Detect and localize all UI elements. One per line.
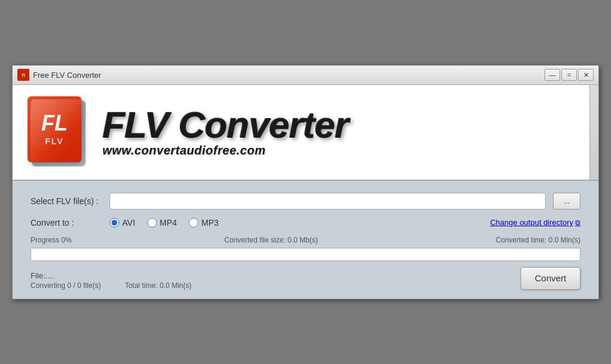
radio-mp4-input[interactable] — [147, 218, 157, 228]
content-area: Select FLV file(s) : ... Convert to : AV… — [13, 181, 598, 299]
progress-section: Progress 0% Converted file size: 0.0 Mb(… — [31, 236, 580, 261]
radio-mp3[interactable]: MP3 — [189, 218, 219, 228]
change-output-link[interactable]: Change output directory ⧉ — [490, 218, 580, 227]
progress-percent-label: Progress 0% — [31, 236, 168, 244]
bottom-left: File:.... — [31, 271, 192, 280]
file-size-label: Converted file size: 0.0 Mb(s) — [168, 236, 374, 244]
banner: FL FLV FLV Converter www.convertaudiofre… — [13, 85, 598, 181]
convert-to-row: Convert to : AVI MP4 MP3 Change output d… — [31, 218, 580, 228]
converting-row: Converting 0 / 0 file(s) Total time: 0.0… — [31, 281, 192, 290]
select-label: Select FLV file(s) : — [31, 196, 102, 206]
convert-button[interactable]: Convert — [521, 267, 580, 290]
bottom-row: File:.... Converting 0 / 0 file(s) Total… — [31, 267, 580, 290]
converted-time-label: Converted time: 0.0 Min(s) — [374, 236, 580, 244]
flv-icon-label: FLV — [45, 136, 63, 146]
flv-icon-fl: FL — [41, 113, 68, 134]
banner-title: FLV Converter www.convertaudiofree.com — [102, 107, 349, 157]
radio-mp4-label: MP4 — [160, 218, 177, 228]
close-button[interactable]: ✕ — [578, 69, 594, 81]
radio-mp4[interactable]: MP4 — [147, 218, 177, 228]
select-file-row: Select FLV file(s) : ... — [31, 193, 580, 210]
banner-url: www.convertaudiofree.com — [102, 144, 349, 157]
radio-avi-label: AVI — [122, 218, 135, 228]
window-title: Free FLV Converter — [33, 71, 101, 80]
maximize-button[interactable]: = — [561, 69, 577, 81]
file-input[interactable] — [110, 193, 546, 210]
format-radio-group: AVI MP4 MP3 — [110, 218, 483, 228]
radio-mp3-input[interactable] — [189, 218, 198, 228]
radio-avi-input[interactable] — [110, 218, 119, 228]
convert-to-label: Convert to : — [31, 218, 102, 228]
progress-stats: Progress 0% Converted file size: 0.0 Mb(… — [31, 236, 580, 244]
change-output-text: Change output directory — [490, 218, 573, 227]
status-info: File:.... Converting 0 / 0 file(s) Total… — [31, 271, 192, 290]
flv-icon-inner: FL FLV — [28, 96, 81, 162]
flv-icon: FL FLV — [25, 93, 90, 171]
browse-button[interactable]: ... — [553, 193, 580, 210]
app-icon-label: n — [22, 72, 25, 78]
converting-label: Converting 0 / 0 file(s) — [31, 281, 101, 290]
progress-bar-container — [31, 248, 580, 261]
app-icon: n — [17, 69, 29, 81]
file-name-label: File:.... — [31, 271, 54, 280]
banner-title-main: FLV Converter — [102, 107, 349, 144]
minimize-button[interactable]: — — [545, 69, 560, 81]
title-bar: n Free FLV Converter — = ✕ — [13, 66, 598, 85]
title-bar-buttons: — = ✕ — [545, 69, 594, 81]
total-time-label: Total time: 0.0 Min(s) — [125, 281, 191, 290]
change-output-icon: ⧉ — [575, 219, 580, 227]
radio-mp3-label: MP3 — [201, 218, 219, 228]
title-bar-left: n Free FLV Converter — [17, 69, 101, 81]
main-window: n Free FLV Converter — = ✕ FL FLV FLV Co… — [12, 65, 599, 299]
radio-avi[interactable]: AVI — [110, 218, 135, 228]
